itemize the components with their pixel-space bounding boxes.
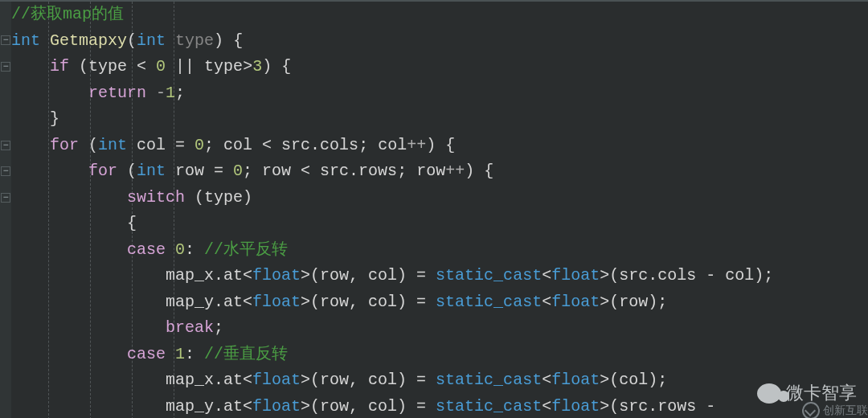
token-keyword: float (252, 397, 301, 416)
code-editor[interactable]: − − − − − //获取map的值int Getmapxy(int type… (0, 0, 868, 418)
token-func: Getmapxy (50, 31, 127, 50)
code-line[interactable]: for (int row = 0; row < src.rows; row++)… (11, 158, 868, 185)
code-area[interactable]: //获取map的值int Getmapxy(int type) { if (ty… (11, 2, 868, 418)
token: || (166, 57, 204, 76)
token: map_y.at< (166, 293, 252, 311)
token-ident: type (204, 188, 243, 207)
token-number: 0 (233, 162, 243, 180)
token-keyword: int (11, 31, 40, 50)
token: >(src.rows - (600, 397, 725, 416)
token-flow: return (88, 84, 146, 102)
token: ; col < src.cols; col (204, 136, 407, 154)
code-line[interactable]: map_y.at<float>(row, col) = static_cast<… (11, 394, 868, 419)
code-line[interactable]: map_y.at<float>(row, col) = static_cast<… (11, 289, 868, 316)
token: < (542, 266, 551, 285)
token-ident: type (88, 57, 127, 76)
token-keyword: static_cast (436, 397, 542, 416)
token: >(src.cols - col); (600, 266, 773, 285)
token: map_x.at< (166, 266, 252, 285)
token: ) (243, 188, 252, 207)
token: ( (127, 31, 137, 50)
token-number: 1 (166, 84, 175, 102)
token-flow: if (50, 57, 69, 76)
token (40, 31, 50, 50)
code-line[interactable]: map_x.at<float>(row, col) = static_cast<… (11, 367, 868, 394)
token-keyword: int (137, 31, 166, 50)
code-line[interactable]: case 1: //垂直反转 (11, 342, 868, 368)
token: >(row, col) = (301, 371, 436, 389)
token: row = (166, 162, 233, 180)
code-line[interactable]: switch (type) (11, 185, 868, 211)
code-line[interactable]: } (11, 106, 868, 133)
token: { (127, 214, 137, 232)
token-keyword: int (98, 136, 127, 154)
token (166, 240, 175, 259)
token-keyword: float (551, 293, 600, 311)
token: ( (117, 162, 137, 180)
token: ) { (426, 136, 455, 154)
token (146, 84, 156, 102)
code-line[interactable]: { (11, 211, 868, 237)
fold-marker-icon[interactable]: − (1, 35, 10, 45)
token-comment: //水平反转 (204, 240, 288, 259)
token-flow: switch (127, 188, 185, 207)
token-comment: //获取map的值 (11, 5, 124, 23)
token: ; row < src.rows; row (243, 162, 445, 180)
code-line[interactable]: if (type < 0 || type>3) { (11, 54, 868, 80)
token: { (223, 31, 243, 50)
code-line[interactable]: //获取map的值 (11, 2, 868, 28)
token-number: 0 (156, 57, 166, 76)
token-flow: for (88, 162, 117, 180)
token-keyword: int (137, 162, 166, 180)
token: >(row, col) = (301, 266, 436, 285)
fold-marker-icon[interactable]: − (1, 166, 10, 176)
token-op: ++ (445, 162, 465, 180)
token-keyword: float (252, 266, 301, 285)
token: >(row); (600, 293, 667, 311)
code-line[interactable]: return -1; (11, 80, 868, 107)
token: ; (175, 84, 185, 102)
token: : (185, 345, 204, 363)
token: > (243, 57, 252, 76)
token-number: 3 (252, 57, 262, 76)
token: < (127, 57, 156, 76)
token-ident: type (204, 57, 243, 76)
code-line[interactable]: int Getmapxy(int type) { (11, 28, 868, 55)
token: >(row, col) = (301, 293, 436, 311)
token-number: 0 (194, 136, 204, 154)
token-keyword: float (551, 397, 600, 416)
fold-gutter: − − − − − (0, 2, 11, 418)
token: >(row, col) = (301, 397, 436, 416)
token: ) (214, 31, 223, 50)
token-keyword: static_cast (436, 371, 542, 389)
brand-icon (802, 402, 820, 418)
token-flow: break (166, 318, 214, 337)
code-line[interactable]: for (int col = 0; col < src.cols; col++)… (11, 133, 868, 159)
token: ( (69, 57, 88, 76)
token: < (542, 371, 551, 389)
token: ( (79, 136, 98, 154)
fold-marker-icon[interactable]: − (1, 141, 10, 150)
token: } (50, 109, 59, 128)
token: map_x.at< (166, 371, 252, 389)
token-keyword: static_cast (436, 293, 542, 311)
token: map_y.at< (166, 397, 252, 416)
code-line[interactable]: break; (11, 315, 868, 342)
code-line[interactable]: map_x.at<float>(row, col) = static_cast<… (11, 263, 868, 289)
token-op: - (156, 84, 166, 102)
token: ) { (262, 57, 291, 76)
token: ( (185, 188, 204, 207)
watermark-brand-label: 创新互联 (823, 404, 868, 418)
token: < (542, 397, 551, 416)
token: : (185, 240, 204, 259)
fold-marker-icon[interactable]: − (1, 62, 10, 72)
code-line[interactable]: case 0: //水平反转 (11, 237, 868, 264)
token-keyword: static_cast (436, 266, 542, 285)
token-param: type (175, 31, 214, 50)
token-keyword: float (551, 266, 600, 285)
token-flow: for (50, 136, 79, 154)
token: >(col); (600, 371, 667, 389)
token-keyword: float (252, 371, 301, 389)
fold-marker-icon[interactable]: − (1, 193, 10, 203)
token: < (542, 293, 551, 311)
